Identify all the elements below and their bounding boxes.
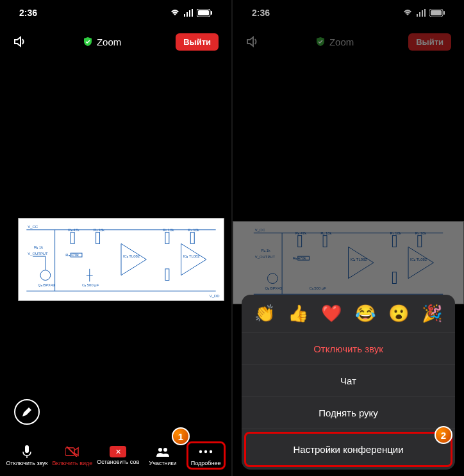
step-badge-2: 2	[435, 426, 452, 444]
leave-button[interactable]: Выйти	[176, 33, 219, 51]
signal-icon	[417, 9, 426, 17]
app-title-label: Zoom	[97, 37, 121, 47]
svg-rect-5	[198, 10, 209, 15]
circuit-diagram: V_CC V_OUTPUT V_DD R₁ 1k R₂ 470k R₃ 47k …	[19, 218, 224, 300]
wifi-icon	[402, 9, 413, 17]
svg-text:IC₂ TL082: IC₂ TL082	[410, 258, 427, 261]
more-icon	[199, 450, 213, 454]
svg-text:Q₁ BPX43: Q₁ BPX43	[38, 283, 55, 287]
more-label: Подробнее	[191, 460, 221, 466]
reaction-wow[interactable]: 😮	[388, 304, 409, 324]
svg-rect-2	[189, 10, 190, 17]
share-label: Остановить сов	[97, 459, 139, 465]
mute-button[interactable]: Отключить звук	[6, 445, 47, 466]
stop-share-button[interactable]: Остановить сов	[97, 446, 139, 465]
svg-rect-0	[184, 14, 185, 17]
leave-button[interactable]: Выйти	[408, 33, 451, 51]
participants-icon	[156, 447, 170, 457]
svg-text:C₁ 500 μF: C₁ 500 μF	[82, 283, 99, 287]
svg-point-40	[158, 448, 162, 452]
svg-text:IC₂ TL082: IC₂ TL082	[183, 254, 199, 258]
video-button[interactable]: Включить виде	[52, 445, 92, 466]
annotate-button[interactable]	[14, 399, 40, 425]
app-title[interactable]: Zoom	[315, 37, 354, 47]
top-bar: Zoom Выйти	[0, 26, 231, 58]
participants-button[interactable]: Участники	[144, 445, 182, 466]
shared-content[interactable]: V_CC V_OUTPUT V_DD R₁ 1k R₂ 470k R₃ 47k …	[18, 218, 224, 301]
step-badge-1: 1	[172, 427, 190, 445]
more-button[interactable]: Подробнее	[186, 441, 226, 470]
speaker-icon[interactable]	[13, 34, 28, 49]
svg-text:R₅ 10k: R₅ 10k	[163, 228, 174, 232]
phone-screen-right: 2:36 Zoom Выйти	[233, 0, 464, 476]
top-bar: Zoom Выйти	[233, 26, 464, 58]
svg-rect-6	[211, 11, 212, 15]
reactions-row: 👏 👍 ❤️ 😂 😮 🎉	[242, 295, 455, 333]
svg-point-43	[204, 450, 207, 453]
stop-share-icon	[110, 446, 126, 457]
reaction-party[interactable]: 🎉	[422, 304, 442, 324]
video-off-icon	[65, 447, 79, 457]
video-area: V_CC V_OUTPUT V_DD R₁ 1k R₂ 470k R₃ 47k …	[0, 58, 231, 476]
svg-text:V_DD: V_DD	[210, 294, 220, 298]
status-icons	[402, 9, 445, 17]
pencil-icon	[21, 406, 33, 418]
menu-chat[interactable]: Чат	[242, 365, 455, 397]
video-label: Включить виде	[52, 460, 92, 466]
speaker-icon[interactable]	[245, 34, 261, 49]
menu-mute[interactable]: Отключить звук	[242, 333, 455, 365]
battery-icon	[197, 9, 212, 17]
participants-label: Участники	[149, 460, 177, 466]
svg-text:C₁ 500 μF: C₁ 500 μF	[309, 286, 326, 290]
status-time: 2:36	[252, 8, 270, 18]
circuit-diagram: V_CC V_OUTPUT V_DD R₁ 1k R₂ 470k R₃ 47k …	[233, 222, 463, 304]
svg-text:V_OUTPUT: V_OUTPUT	[28, 252, 48, 256]
svg-text:IC₁ TL082: IC₁ TL082	[350, 258, 367, 261]
phone-screen-left: 2:36 Zoom Выйти	[0, 0, 231, 476]
svg-text:R₃ 47k: R₃ 47k	[295, 231, 306, 235]
svg-rect-3	[192, 9, 193, 17]
bottom-toolbar: Отключить звук Включить виде Остановить …	[0, 435, 231, 476]
svg-rect-46	[419, 12, 420, 17]
status-bar: 2:36	[0, 0, 231, 26]
svg-rect-48	[424, 9, 426, 17]
svg-text:V_CC: V_CC	[255, 228, 265, 232]
menu-meeting-settings[interactable]: Настройки конференции	[244, 432, 452, 467]
svg-point-42	[199, 450, 202, 453]
svg-text:R₁ 1k: R₁ 1k	[261, 249, 270, 252]
svg-text:V_OUTPUT: V_OUTPUT	[255, 255, 276, 259]
app-title[interactable]: Zoom	[83, 37, 121, 47]
svg-point-44	[210, 450, 212, 453]
shield-icon	[83, 37, 93, 47]
svg-point-41	[163, 448, 167, 452]
shared-content: V_CC V_OUTPUT V_DD R₁ 1k R₂ 470k R₃ 47k …	[233, 221, 464, 304]
svg-rect-50	[431, 10, 442, 15]
svg-text:R₁ 1k: R₁ 1k	[34, 245, 43, 249]
svg-text:V_CC: V_CC	[28, 225, 38, 229]
wifi-icon	[170, 9, 180, 17]
status-bar: 2:36	[233, 0, 464, 26]
svg-text:R₂ 470k: R₂ 470k	[293, 256, 306, 260]
shield-icon	[315, 37, 326, 47]
svg-rect-45	[417, 14, 418, 17]
video-area: V_CC V_OUTPUT V_DD R₁ 1k R₂ 470k R₃ 47k …	[233, 58, 464, 476]
svg-text:R₄ 18k: R₄ 18k	[94, 228, 104, 232]
svg-text:R₆ 10k: R₆ 10k	[415, 231, 426, 235]
menu-raise-hand[interactable]: Поднять руку	[242, 397, 455, 429]
reaction-heart[interactable]: ❤️	[321, 304, 342, 324]
reaction-clap[interactable]: 👏	[254, 304, 275, 324]
mic-icon	[22, 445, 32, 458]
svg-text:R₂ 470k: R₂ 470k	[65, 253, 79, 257]
svg-rect-47	[422, 10, 423, 17]
svg-rect-1	[186, 12, 188, 17]
reaction-laugh[interactable]: 😂	[355, 304, 376, 324]
svg-text:R₄ 18k: R₄ 18k	[320, 231, 331, 235]
mute-label: Отключить звук	[6, 460, 47, 466]
svg-rect-37	[25, 445, 29, 453]
reaction-thumbs-up[interactable]: 👍	[288, 304, 308, 324]
status-icons	[170, 9, 212, 17]
svg-rect-51	[443, 11, 445, 15]
svg-text:R₆ 10k: R₆ 10k	[188, 228, 199, 232]
more-menu-panel: 👏 👍 ❤️ 😂 😮 🎉 Отключить звук Чат Поднять …	[242, 295, 455, 470]
svg-text:R₃ 47k: R₃ 47k	[68, 228, 79, 232]
